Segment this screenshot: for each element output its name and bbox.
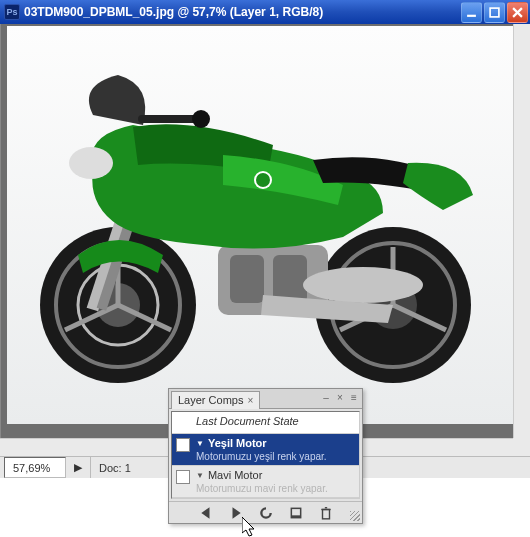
panel-footer bbox=[169, 501, 362, 523]
minimize-button[interactable] bbox=[461, 2, 482, 23]
svg-rect-24 bbox=[138, 115, 198, 123]
window-title: 03TDM900_DPBML_05.jpg @ 57,7% (Layer 1, … bbox=[24, 5, 461, 19]
comp-description: Motorumuzu mavi renk yapar. bbox=[196, 483, 355, 494]
svg-marker-28 bbox=[201, 507, 209, 519]
panel-tabbar: Layer Comps × – × ≡ bbox=[169, 389, 362, 409]
svg-marker-29 bbox=[232, 507, 240, 519]
svg-point-27 bbox=[256, 173, 270, 187]
last-document-state-row[interactable]: Last Document State bbox=[172, 412, 359, 434]
layer-comp-row[interactable]: ▼ Yeşil Motor Motorumuzu yeşil renk yapa… bbox=[172, 434, 359, 466]
comp-description: Motorumuzu yeşil renk yapar. bbox=[196, 451, 355, 462]
comp-apply-checkbox[interactable] bbox=[176, 438, 190, 452]
prev-comp-button[interactable] bbox=[198, 505, 214, 521]
disclosure-triangle-icon[interactable]: ▼ bbox=[196, 471, 204, 480]
zoom-field[interactable]: 57,69% bbox=[4, 457, 66, 478]
layer-comps-panel: Layer Comps × – × ≡ Last Document State … bbox=[168, 388, 363, 524]
delete-comp-button[interactable] bbox=[318, 505, 334, 521]
svg-rect-21 bbox=[273, 255, 307, 303]
window-controls bbox=[461, 2, 528, 23]
motorcycle-image bbox=[23, 55, 503, 395]
close-button[interactable] bbox=[507, 2, 528, 23]
scroll-corner bbox=[513, 438, 530, 456]
app-icon: Ps bbox=[4, 4, 20, 20]
tab-label: Layer Comps bbox=[178, 394, 243, 406]
panel-close-icon[interactable]: × bbox=[334, 391, 346, 403]
canvas[interactable] bbox=[7, 26, 519, 424]
layer-comps-tab[interactable]: Layer Comps × bbox=[171, 391, 260, 409]
status-arrow[interactable]: ▶ bbox=[66, 457, 91, 478]
disclosure-triangle-icon[interactable]: ▼ bbox=[196, 439, 204, 448]
titlebar: Ps 03TDM900_DPBML_05.jpg @ 57,7% (Layer … bbox=[0, 0, 530, 24]
update-comp-button[interactable] bbox=[258, 505, 274, 521]
resize-grip[interactable] bbox=[350, 511, 360, 521]
comp-name: Yeşil Motor bbox=[208, 437, 267, 449]
svg-rect-1 bbox=[490, 8, 499, 17]
svg-rect-20 bbox=[230, 255, 264, 303]
comp-apply-checkbox[interactable] bbox=[176, 470, 190, 484]
svg-point-23 bbox=[69, 147, 113, 179]
next-comp-button[interactable] bbox=[228, 505, 244, 521]
svg-rect-31 bbox=[291, 515, 300, 517]
new-comp-button[interactable] bbox=[288, 505, 304, 521]
panel-minimize-icon[interactable]: – bbox=[320, 391, 332, 403]
layer-comp-row[interactable]: ▼ Mavi Motor Motorumuzu mavi renk yapar. bbox=[172, 466, 359, 498]
svg-rect-32 bbox=[322, 509, 329, 518]
vertical-scrollbar[interactable] bbox=[513, 24, 530, 438]
comp-name: Mavi Motor bbox=[208, 469, 262, 481]
tab-close-icon[interactable]: × bbox=[247, 395, 253, 406]
apply-indicator bbox=[176, 416, 190, 430]
maximize-button[interactable] bbox=[484, 2, 505, 23]
svg-point-22 bbox=[303, 267, 423, 303]
last-state-label: Last Document State bbox=[196, 415, 355, 427]
svg-point-25 bbox=[192, 110, 210, 128]
layer-comps-list: Last Document State ▼ Yeşil Motor Motoru… bbox=[171, 411, 360, 499]
panel-menu-icon[interactable]: ≡ bbox=[348, 391, 360, 403]
